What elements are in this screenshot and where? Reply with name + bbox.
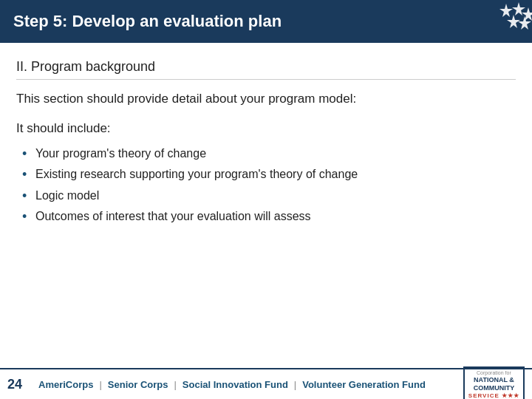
logo-line3: SERVICE ★★★ <box>468 392 519 399</box>
footer-sep-1: | <box>99 379 101 390</box>
page-number: 24 <box>7 377 28 392</box>
logo-line2: COMMUNITY <box>474 384 515 392</box>
footer-sep-2: | <box>174 379 176 390</box>
footer-link-sif: Social Innovation Fund <box>183 379 288 390</box>
section-heading: II. Program background <box>16 59 516 80</box>
footer-sep-3: | <box>294 379 296 390</box>
bullet-list: Your program's theory of change Existing… <box>16 143 516 228</box>
logo-line1: NATIONAL & <box>474 376 514 384</box>
stars-decoration <box>436 0 532 43</box>
logo-top: Corporation for <box>477 370 511 376</box>
footer-logo: Corporation for NATIONAL & COMMUNITY SER… <box>463 366 525 399</box>
footer-link-vgf: Volunteer Generation Fund <box>302 379 426 390</box>
footer-link-americorps: AmeriCorps <box>38 379 93 390</box>
footer: 24 AmeriCorps | Senior Corps | Social In… <box>0 368 532 399</box>
intro-paragraph: This section should provide detail about… <box>16 90 516 108</box>
list-item: Existing research supporting your progra… <box>22 164 516 185</box>
nccs-logo-box: Corporation for NATIONAL & COMMUNITY SER… <box>463 366 525 399</box>
footer-links: AmeriCorps | Senior Corps | Social Innov… <box>38 379 463 390</box>
slide-title: Step 5: Develop an evaluation plan <box>13 12 282 31</box>
list-item: Logic model <box>22 185 516 206</box>
list-item: Outcomes of interest that your evaluatio… <box>22 206 516 227</box>
slide: Step 5: Develop an evaluation plan II. P… <box>0 0 532 399</box>
subheading: It should include: <box>16 121 516 136</box>
main-content: II. Program background This section shou… <box>0 43 532 227</box>
header-bar: Step 5: Develop an evaluation plan <box>0 0 532 43</box>
list-item: Your program's theory of change <box>22 143 516 164</box>
footer-link-seniorcorps: Senior Corps <box>108 379 168 390</box>
